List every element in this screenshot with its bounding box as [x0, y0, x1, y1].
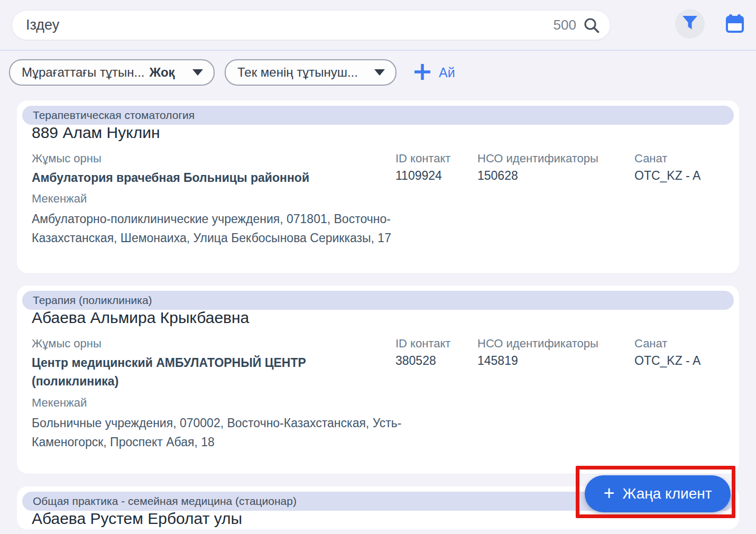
filter-chip-archived-label: Мұрағаттағы тұтын... [22, 65, 145, 80]
address-value: Амбулаторно-поликлинические учреждения, … [32, 209, 412, 247]
result-count: 500 [554, 17, 576, 33]
category-value: OTC_KZ - A [634, 354, 700, 368]
category-label: Санат [634, 337, 667, 351]
funnel-icon [681, 15, 698, 33]
filter-chip-archived[interactable]: Мұрағаттағы тұтын... Жоқ [9, 59, 215, 86]
filter-button[interactable] [675, 9, 705, 39]
search-input[interactable] [12, 11, 554, 40]
add-period-label: Ай [439, 65, 455, 80]
nco-ids-label: НСО идентификаторы [477, 152, 598, 165]
contact-id-value: 380528 [395, 354, 436, 368]
calendar-icon [724, 27, 746, 36]
calendar-button[interactable] [724, 13, 746, 35]
client-card[interactable]: Терапия (поликлиника) Абаева Альмира Кры… [17, 286, 739, 474]
plus-icon [413, 62, 432, 83]
chevron-down-icon [192, 69, 203, 76]
nco-ids-value: 150628 [477, 169, 518, 183]
filter-chip-my-clients[interactable]: Тек менің тұтынуш... [225, 59, 397, 86]
category-value: OTC_KZ - A [634, 169, 700, 183]
new-client-button[interactable]: + Жаңа клиент [585, 475, 731, 512]
specialty-badge: Терапевтическая стоматология [22, 106, 734, 125]
workplace-label: Жұмыс орны [32, 337, 102, 351]
chevron-down-icon [374, 69, 385, 76]
address-label: Мекенжай [32, 396, 87, 410]
category-label: Санат [634, 152, 667, 165]
search-icon[interactable] [583, 16, 601, 34]
address-value: Больничные учреждения, 070002, Восточно-… [32, 413, 412, 452]
add-period-button[interactable]: Ай [413, 59, 455, 86]
specialty-badge: Терапия (поликлиника) [22, 291, 734, 310]
nco-ids-label: НСО идентификаторы [477, 337, 598, 351]
client-card[interactable]: Терапевтическая стоматология 889 Алам Ну… [17, 100, 739, 273]
contact-id-label: ID контакт [395, 337, 450, 351]
new-client-label: Жаңа клиент [623, 485, 712, 502]
client-name: 889 Алам Нуклин [32, 124, 160, 142]
header-divider [0, 50, 756, 51]
filter-chip-my-clients-label: Тек менің тұтынуш... [237, 65, 358, 80]
search-bar: 500 [12, 10, 611, 40]
client-name: Абаева Рустем Ерболат улы [32, 510, 242, 528]
filter-chip-archived-value: Жоқ [150, 65, 175, 80]
address-label: Мекенжай [32, 192, 87, 206]
client-name: Абаева Альмира Крыкбаевна [32, 309, 249, 327]
workplace-value: Амбулатория врачебная Больницы районной [32, 169, 309, 187]
workplace-label: Жұмыс орны [32, 152, 102, 165]
plus-icon: + [604, 484, 615, 503]
workplace-value: Центр медицинский АМБУЛАТОРНЫЙ ЦЕНТР (по… [32, 354, 370, 391]
contact-id-value: 1109924 [395, 169, 442, 183]
contact-id-label: ID контакт [395, 152, 450, 165]
nco-ids-value: 145819 [477, 354, 518, 368]
